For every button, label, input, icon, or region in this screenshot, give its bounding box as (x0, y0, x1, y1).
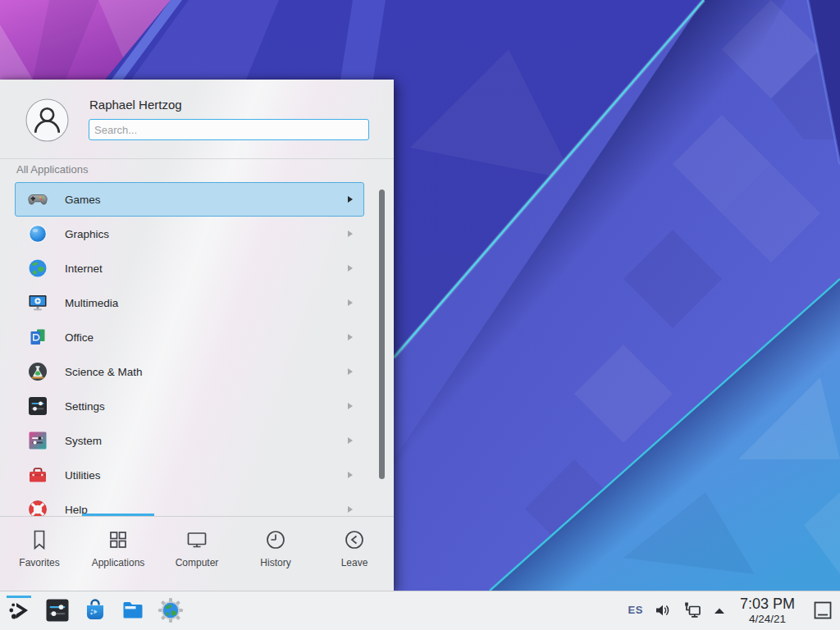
keyboard-layout-indicator[interactable]: ES (628, 604, 643, 616)
clock-time: 7:03 PM (740, 596, 795, 612)
list-scrollbar[interactable] (379, 189, 385, 479)
category-item-internet[interactable]: Internet (15, 251, 364, 285)
taskbar-launchers (0, 597, 184, 623)
system-icon (27, 430, 48, 451)
system-settings-icon (44, 597, 71, 623)
category-label: System (65, 435, 102, 447)
digital-clock[interactable]: 7:03 PM 4/24/21 (740, 596, 795, 624)
category-label: Internet (65, 262, 103, 275)
tab-label: History (260, 557, 290, 568)
submenu-arrow-icon (348, 506, 353, 513)
tab-history[interactable]: History (236, 517, 315, 591)
submenu-arrow-icon (348, 472, 353, 478)
user-avatar-icon (25, 98, 69, 142)
application-launcher-menu: Raphael Hertzog All Applications Games (0, 80, 394, 591)
category-item-multimedia[interactable]: Multimedia (15, 285, 364, 320)
folder-icon (120, 597, 146, 623)
section-label: All Applications (16, 163, 88, 176)
application-launcher-icon (7, 597, 33, 623)
submenu-arrow-icon (348, 437, 353, 444)
volume-icon[interactable] (654, 602, 672, 619)
tab-label: Favorites (19, 557, 59, 568)
tab-computer[interactable]: Computer (158, 517, 236, 591)
category-item-system[interactable]: System (15, 423, 364, 458)
tab-label: Applications (92, 557, 145, 568)
category-item-settings[interactable]: Settings (15, 389, 364, 423)
globe-gear-icon (158, 597, 184, 623)
category-item-help[interactable]: Help (15, 492, 364, 516)
submenu-arrow-icon (348, 403, 353, 409)
application-launcher-button[interactable] (7, 597, 33, 623)
submenu-arrow-icon (348, 265, 353, 272)
office-icon (27, 326, 48, 348)
category-label: Multimedia (65, 297, 118, 309)
science-math-icon (27, 361, 48, 382)
category-label: Utilities (65, 469, 101, 482)
discover-button[interactable] (82, 597, 108, 623)
tab-label: Leave (341, 557, 368, 568)
category-item-science-math[interactable]: Science & Math (15, 354, 364, 389)
category-label: Office (65, 331, 94, 344)
taskbar-panel: ES 7:03 PM 4/24/21 (0, 591, 840, 630)
category-label: Science & Math (65, 366, 143, 378)
launcher-tab-bar: Favorites Applications Computer History (0, 517, 394, 591)
system-tray: ES 7:03 PM 4/24/21 (628, 596, 840, 624)
help-icon (27, 499, 48, 516)
category-item-games[interactable]: Games (15, 182, 364, 217)
category-label: Graphics (65, 228, 109, 240)
history-icon (263, 527, 288, 552)
web-browser-button[interactable] (158, 597, 184, 623)
computer-icon (185, 527, 209, 552)
show-desktop-button[interactable] (812, 600, 833, 621)
submenu-arrow-icon (348, 231, 353, 237)
discover-icon (82, 597, 108, 623)
user-name: Raphael Hertzog (89, 98, 182, 112)
submenu-arrow-icon (348, 368, 353, 375)
tab-label: Computer (176, 557, 219, 568)
category-list: Games Graphics Internet (0, 182, 374, 516)
file-manager-button[interactable] (120, 597, 146, 623)
utilities-icon (27, 464, 48, 486)
submenu-arrow-icon (348, 334, 353, 340)
graphics-icon (27, 223, 48, 244)
applications-icon (106, 527, 130, 552)
tab-applications[interactable]: Applications (79, 517, 158, 591)
clock-date: 4/24/21 (740, 613, 795, 625)
expand-tray-caret-icon[interactable] (713, 605, 726, 615)
multimedia-icon (27, 292, 48, 313)
launcher-header: Raphael Hertzog (0, 80, 394, 158)
search-input[interactable] (89, 119, 369, 140)
category-label: Games (65, 194, 101, 206)
settings-icon (27, 395, 48, 417)
system-settings-button[interactable] (44, 597, 71, 623)
submenu-arrow-icon (348, 196, 353, 203)
header-divider (0, 158, 394, 159)
category-item-office[interactable]: Office (15, 320, 364, 354)
favorites-icon (27, 527, 52, 552)
games-icon (27, 189, 48, 210)
network-icon[interactable] (682, 601, 702, 619)
tab-favorites[interactable]: Favorites (0, 517, 79, 591)
tab-leave[interactable]: Leave (315, 517, 394, 591)
category-item-utilities[interactable]: Utilities (15, 458, 364, 492)
category-item-graphics[interactable]: Graphics (15, 217, 364, 251)
internet-icon (27, 258, 48, 279)
category-label: Settings (65, 400, 105, 413)
leave-icon (342, 527, 367, 552)
submenu-arrow-icon (348, 299, 353, 306)
